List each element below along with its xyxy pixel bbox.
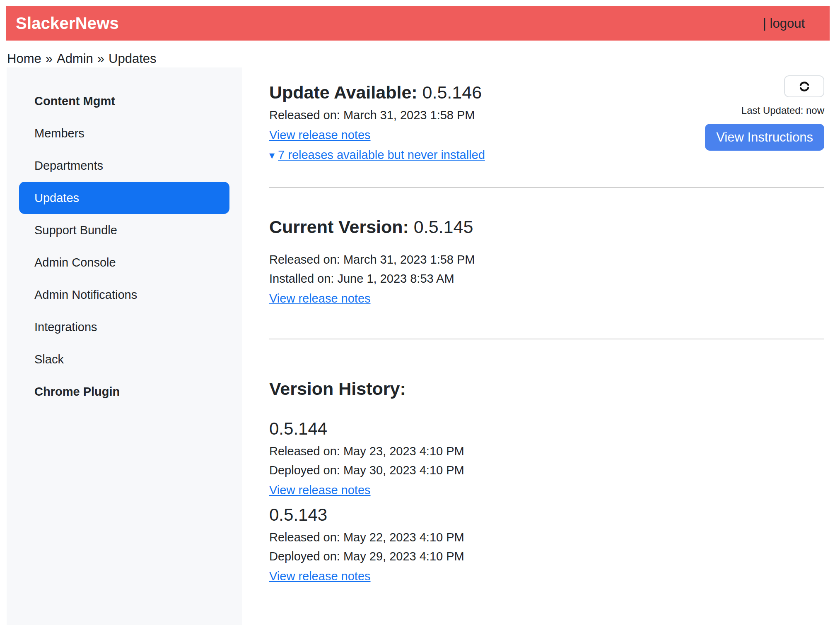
brand-logo[interactable]: SlackerNews (16, 14, 119, 33)
update-released-on-text: Released on: March 31, 2023 1:58 PM (269, 108, 485, 122)
top-navbar: SlackerNews | logout (6, 6, 830, 41)
version-history-heading: Version History: (269, 378, 824, 399)
releases-toggle-label: 7 releases available but never installed (278, 148, 485, 161)
current-installed-on-text: Installed on: June 1, 2023 8:53 AM (269, 272, 824, 286)
update-available-version: 0.5.146 (422, 82, 482, 102)
breadcrumb-current: Updates (109, 51, 156, 66)
current-version-heading: Current Version: 0.5.145 (269, 216, 824, 238)
history-released-on-text: Released on: May 22, 2023 4:10 PM (269, 530, 824, 544)
caret-down-icon: ▾ (269, 148, 275, 162)
releases-toggle-link[interactable]: ▾7 releases available but never installe… (269, 148, 485, 161)
sidebar-item-updates[interactable]: Updates (19, 182, 229, 214)
update-available-section: Update Available: 0.5.146 Released on: M… (269, 82, 824, 162)
content-layout: Content Mgmt Members Departments Updates… (7, 67, 840, 625)
history-version-number: 0.5.143 (269, 505, 824, 525)
last-updated-text: Last Updated: now (741, 105, 824, 116)
current-version-section: Current Version: 0.5.145 Released on: Ma… (269, 216, 824, 305)
sidebar-item-integrations[interactable]: Integrations (19, 311, 229, 343)
breadcrumb-separator: » (46, 51, 53, 66)
sidebar-item-departments[interactable]: Departments (19, 149, 229, 182)
current-version-label: Current Version: (269, 217, 409, 237)
sidebar-item-content-mgmt[interactable]: Content Mgmt (19, 85, 229, 117)
update-actions: Last Updated: now View Instructions (705, 75, 824, 151)
sidebar-item-admin-notifications[interactable]: Admin Notifications (19, 279, 229, 311)
refresh-button[interactable] (784, 75, 824, 97)
refresh-icon (797, 79, 812, 94)
divider (269, 187, 824, 188)
breadcrumb-separator: » (97, 51, 104, 66)
history-deployed-on-text: Deployed on: May 30, 2023 4:10 PM (269, 463, 824, 477)
update-available-heading: Update Available: 0.5.146 (269, 82, 485, 103)
main-content: Update Available: 0.5.146 Released on: M… (242, 67, 840, 625)
breadcrumb-admin[interactable]: Admin (57, 51, 93, 66)
sidebar: Content Mgmt Members Departments Updates… (7, 67, 242, 625)
page: SlackerNews | logout Home»Admin»Updates … (0, 6, 840, 625)
releases-toggle-row: ▾7 releases available but never installe… (269, 148, 485, 162)
version-history-entry: 0.5.143 Released on: May 22, 2023 4:10 P… (269, 505, 824, 583)
history-view-release-notes-link[interactable]: View release notes (269, 483, 371, 497)
history-deployed-on-text: Deployed on: May 29, 2023 4:10 PM (269, 549, 824, 563)
sidebar-item-support-bundle[interactable]: Support Bundle (19, 214, 229, 246)
update-available-label: Update Available: (269, 82, 418, 102)
sidebar-item-chrome-plugin[interactable]: Chrome Plugin (19, 375, 229, 408)
view-instructions-button[interactable]: View Instructions (705, 124, 824, 151)
sidebar-item-members[interactable]: Members (19, 117, 229, 149)
history-version-number: 0.5.144 (269, 418, 824, 439)
history-released-on-text: Released on: May 23, 2023 4:10 PM (269, 444, 824, 458)
update-view-release-notes-link[interactable]: View release notes (269, 128, 371, 142)
divider (269, 339, 824, 339)
sidebar-item-slack[interactable]: Slack (19, 343, 229, 375)
version-history-entry: 0.5.144 Released on: May 23, 2023 4:10 P… (269, 418, 824, 497)
history-view-release-notes-link[interactable]: View release notes (269, 569, 371, 583)
breadcrumb-home[interactable]: Home (7, 51, 41, 66)
current-released-on-text: Released on: March 31, 2023 1:58 PM (269, 252, 824, 267)
current-view-release-notes-link[interactable]: View release notes (269, 291, 371, 305)
breadcrumb: Home»Admin»Updates (7, 53, 840, 64)
logout-link[interactable]: | logout (763, 16, 805, 31)
update-available-info: Update Available: 0.5.146 Released on: M… (269, 82, 485, 162)
sidebar-item-admin-console[interactable]: Admin Console (19, 246, 229, 279)
version-history-section: Version History: 0.5.144 Released on: Ma… (269, 378, 824, 583)
current-version-number: 0.5.145 (414, 217, 473, 237)
